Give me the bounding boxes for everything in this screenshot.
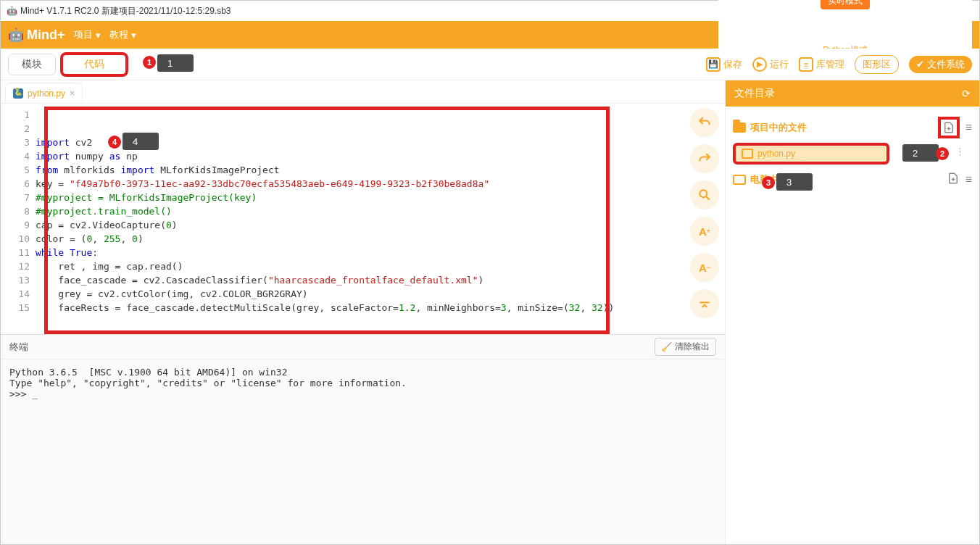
redo-button[interactable]: [690, 144, 719, 173]
callout-1-label: 1: [157, 54, 194, 72]
file-item-menu[interactable]: ⋮: [955, 146, 966, 157]
chevron-down-icon: ▾: [131, 30, 136, 41]
sidebar-header: 文件目录 ⟳: [726, 80, 979, 107]
chevron-down-icon: ▾: [96, 30, 101, 41]
list-icon[interactable]: ≡: [966, 173, 972, 186]
app-logo: 🤖Mind+: [8, 27, 65, 43]
window-title: Mind+ V1.7.1 RC2.0 新建项目-2021/11/10-12:5:…: [20, 5, 231, 17]
eraser-icon: 🧹: [661, 342, 672, 352]
file-item-python[interactable]: python.py: [734, 144, 888, 163]
font-increase-button[interactable]: A+: [690, 217, 719, 246]
file-tab-python[interactable]: python.py ×: [5, 83, 83, 103]
terminal-output[interactable]: Python 3.6.5 [MSC v.1900 64 bit AMD64)] …: [1, 359, 725, 544]
new-file-button[interactable]: [938, 117, 960, 138]
undo-button[interactable]: [690, 108, 719, 137]
monitor-icon: [733, 175, 746, 185]
save-button[interactable]: 💾 保存: [706, 57, 742, 72]
python-icon: [13, 88, 23, 99]
tab-code[interactable]: 代码: [62, 54, 127, 75]
list-icon[interactable]: ≡: [966, 121, 972, 134]
callout-1-badge: 1: [143, 56, 156, 69]
filesystem-button[interactable]: ✔ 文件系统: [909, 56, 972, 73]
callout-4-label: 4: [122, 133, 159, 150]
svg-point-0: [699, 190, 707, 197]
new-file-icon[interactable]: [947, 172, 960, 187]
file-icon: [742, 149, 753, 159]
callout-3-label: 3: [776, 173, 813, 191]
code-editor[interactable]: 123456789101112131415 import cv2 import …: [1, 104, 684, 334]
tab-module[interactable]: 模块: [8, 54, 56, 75]
mode-upload[interactable]: 上传模式: [820, 17, 871, 35]
callout-2-label: 2: [902, 144, 939, 162]
library-button[interactable]: ≡ 库管理: [799, 57, 844, 72]
collapse-button[interactable]: [690, 289, 719, 318]
check-icon: ✔: [916, 59, 924, 70]
font-decrease-button[interactable]: A−: [690, 253, 719, 282]
file-tab-label: python.py: [28, 88, 65, 99]
toolbar: 模块 代码 1 1 💾 保存 ▶ 运行 ≡ 库管理 图形区 ✔ 文件系统: [1, 49, 979, 80]
callout-2-badge: 2: [936, 147, 949, 160]
line-gutter: 123456789101112131415: [1, 104, 36, 334]
section-project-files[interactable]: 项目中的文件 ≡: [730, 112, 975, 143]
terminal-header: 终端 🧹 清除输出: [1, 335, 725, 359]
play-icon: ▶: [752, 57, 767, 72]
search-button[interactable]: [690, 180, 719, 209]
file-row-tail: 2: [902, 144, 939, 162]
library-icon: ≡: [799, 57, 813, 72]
editor-side-buttons: A+ A−: [684, 104, 725, 334]
refresh-icon[interactable]: ⟳: [962, 88, 971, 99]
sidebar-title: 文件目录: [734, 87, 775, 100]
folder-icon: [733, 122, 746, 133]
clear-output-button[interactable]: 🧹 清除输出: [655, 338, 716, 356]
terminal-title: 终端: [9, 341, 28, 354]
editor-tabs: python.py ×: [1, 80, 725, 104]
menu-project[interactable]: 项目 ▾: [74, 28, 101, 41]
menu-tutorial[interactable]: 教程 ▾: [109, 28, 136, 41]
graphic-area-button[interactable]: 图形区: [855, 55, 899, 74]
callout-4-badge: 4: [108, 136, 121, 149]
callout-3-badge: 3: [762, 176, 775, 189]
menubar: 🤖Mind+ 项目 ▾ 教程 ▾ ⓘ 意见反馈 实时模式 上传模式 Python…: [1, 21, 979, 49]
run-button[interactable]: ▶ 运行: [752, 57, 789, 72]
save-icon: 💾: [706, 57, 721, 72]
mode-realtime[interactable]: 实时模式: [821, 0, 870, 9]
file-item-label: python.py: [757, 149, 795, 159]
close-tab-icon[interactable]: ×: [70, 88, 75, 99]
